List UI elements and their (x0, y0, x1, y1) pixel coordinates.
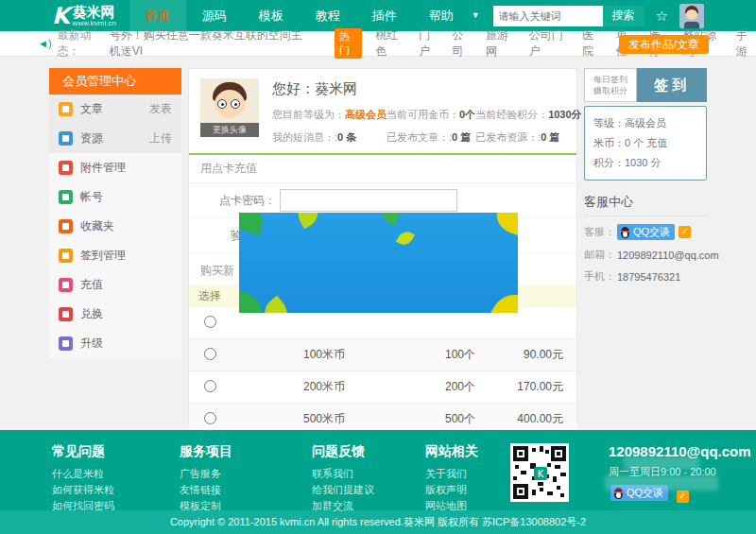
logo-k-icon: K (52, 5, 67, 27)
account-coin: 米币：0 个 充值 (593, 133, 697, 153)
signin-widget: 每日签到赚取积分 签到 (584, 68, 707, 102)
stat-resources: 已发布资源：:0 篇 (475, 130, 581, 145)
sidebar-item-favorites[interactable]: 收藏夹 (49, 212, 181, 241)
tag-link[interactable]: 门户 (419, 27, 438, 60)
article-icon (59, 102, 73, 116)
card-password-input[interactable] (280, 189, 457, 212)
footer-col-site: 网站相关 关于我们 版权声明 网站地图 (425, 443, 510, 510)
publish-button[interactable]: 发布作品/文章 (619, 35, 709, 54)
watermark (624, 456, 699, 470)
footer-link[interactable]: 什么是米粒 (52, 466, 180, 482)
upload-action-link[interactable]: 上传 (149, 130, 172, 146)
tag-link[interactable]: 公司门户 (529, 27, 570, 60)
profile-avatar[interactable]: 更换头像 (200, 78, 259, 137)
footer-link[interactable]: 加群交流 (312, 498, 425, 514)
site-domain: www.kvmi.cn (73, 19, 116, 27)
sidebar-item-articles[interactable]: 文章 发表 (49, 95, 181, 124)
favorite-star-icon[interactable]: ☆ (656, 8, 668, 25)
package-radio[interactable] (204, 348, 216, 360)
recharge-link[interactable]: 充值 (646, 137, 667, 148)
qr-code-image: K (510, 443, 569, 502)
signin-button[interactable]: 签到 (637, 68, 707, 102)
service-qq-row: 客服： QQ交谈 ✓ (584, 224, 707, 240)
tag-link[interactable]: 手游 (736, 27, 756, 60)
sidebar-item-recharge[interactable]: 充值 (49, 270, 181, 300)
footer-link[interactable]: 如何找回密码 (52, 498, 180, 514)
speaker-icon: ◄) (38, 38, 52, 49)
package-radio[interactable] (204, 380, 216, 392)
footer-link[interactable]: 广告服务 (180, 466, 312, 482)
signin-tip: 每日签到赚取积分 (584, 68, 637, 102)
announcement-bar: ◄) 最新动态： 号外！购买任意一款葵米互联的空间主机送VI 热门 桃红色 门户… (0, 31, 756, 57)
hot-badge[interactable]: 热门 (335, 28, 363, 59)
footer-link[interactable]: 友情链接 (180, 482, 312, 498)
sidebar-item-checkin[interactable]: 签到管理 (49, 241, 181, 270)
verified-check-icon[interactable]: ✓ (677, 491, 689, 503)
site-name: 葵米网 (73, 5, 116, 19)
account-points: 积分：1030 分 (593, 153, 697, 173)
search-box: 搜索 (493, 6, 644, 26)
notice-label: 最新动态： (58, 27, 108, 60)
footer-col-faq: 常见问题 什么是米粒 如何获得米粒 如何找回密码 (52, 443, 180, 510)
sidebar-item-exchange[interactable]: 兑换 (49, 300, 181, 329)
footer: 常见问题 什么是米粒 如何获得米粒 如何找回密码 服务项目 广告服务 友情链接 … (0, 430, 756, 510)
footer-link[interactable]: 联系我们 (312, 466, 425, 482)
member-main-panel: 更换头像 您好：葵米网 您目前等级为：高级会员 当前可用金币：0个 当前经验积分… (188, 68, 577, 423)
sidebar-item-attachments[interactable]: 附件管理 (49, 153, 181, 182)
recharge-section-title: 用点卡充值 (189, 155, 576, 183)
search-input[interactable] (493, 6, 603, 26)
select-header: 选择 (189, 288, 231, 304)
site-logo[interactable]: K 葵米网 www.kvmi.cn (52, 5, 116, 27)
verified-check-icon[interactable]: ✓ (679, 226, 691, 238)
search-button[interactable]: 搜索 (603, 6, 644, 26)
footer-link[interactable]: 给我们提建议 (312, 482, 425, 498)
tag-link[interactable]: 桃红色 (375, 27, 405, 60)
recharge-icon (59, 278, 73, 292)
member-sidebar: 会员管理中心 文章 发表 资源 上传 附件管理 帐号 收藏夹 签到管理 (49, 68, 181, 358)
footer-link[interactable]: 模板定制 (180, 498, 312, 514)
footer-link[interactable]: 关于我们 (425, 466, 510, 482)
package-radio[interactable] (204, 412, 216, 424)
change-avatar-button[interactable]: 更换头像 (200, 123, 259, 137)
qq-chat-button[interactable]: QQ交谈 (617, 224, 675, 240)
chevron-down-icon[interactable]: ▼ (472, 0, 480, 31)
tag-link[interactable]: 公司 (453, 27, 472, 60)
publish-action-link[interactable]: 发表 (149, 101, 172, 117)
footer-link[interactable]: 版权声明 (425, 482, 510, 498)
greeting-text: 您好：葵米网 (272, 80, 582, 98)
svg-text:K: K (538, 469, 544, 479)
sidebar-title: 会员管理中心 (49, 68, 181, 95)
account-icon (59, 190, 73, 204)
attachment-icon (59, 161, 73, 175)
stat-level: 您目前等级为：高级会员 (272, 108, 387, 122)
tag-link[interactable]: 旅游网 (486, 27, 516, 60)
account-level: 等级：高级会员 (593, 113, 697, 133)
user-avatar[interactable] (679, 4, 704, 28)
notice-text[interactable]: 号外！购买任意一款葵米互联的空间主机送VI (110, 27, 310, 60)
promo-banner-image[interactable] (239, 213, 518, 313)
package-radio[interactable] (204, 316, 216, 328)
account-summary-box: 等级：高级会员 米币：0 个 充值 积分：1030 分 (584, 106, 707, 181)
sidebar-item-resources[interactable]: 资源 上传 (49, 124, 181, 153)
profile-stats: 您目前等级为：高级会员 当前可用金币：0个 当前经验积分：1030分 我的短消息… (272, 108, 582, 145)
stat-articles: 已发布文章：:0 篇 (387, 130, 475, 145)
page-body: 会员管理中心 文章 发表 资源 上传 附件管理 帐号 收藏夹 签到管理 (0, 57, 756, 430)
footer-link[interactable]: 网站地图 (425, 498, 510, 514)
sidebar-item-upgrade[interactable]: 升级 (49, 329, 181, 358)
stat-coins: 当前可用金币：0个 (387, 108, 475, 122)
tag-link[interactable]: 医院 (582, 27, 602, 60)
table-row[interactable]: 200米币 200个 170.00元 (189, 371, 576, 404)
qq-penguin-icon (620, 227, 630, 238)
footer-col-services: 服务项目 广告服务 友情链接 模板定制 (180, 443, 312, 510)
footer-col-feedback: 问题反馈 联系我们 给我们提建议 加群交流 (312, 443, 425, 510)
service-phone-row: 手机：18795476321 (584, 269, 707, 284)
table-row[interactable]: 100米币 100个 90.00元 (189, 339, 576, 371)
service-phone: 18795476321 (617, 271, 680, 283)
stat-points: 当前经验积分：1030分 (475, 108, 581, 122)
sidebar-item-account[interactable]: 帐号 (49, 182, 181, 212)
favorites-icon (59, 219, 73, 233)
footer-link[interactable]: 如何获得米粒 (52, 482, 180, 498)
service-email-row: 邮箱：1209892110@qq.com (584, 248, 707, 262)
service-email[interactable]: 1209892110@qq.com (617, 250, 719, 261)
watermark (605, 475, 718, 491)
